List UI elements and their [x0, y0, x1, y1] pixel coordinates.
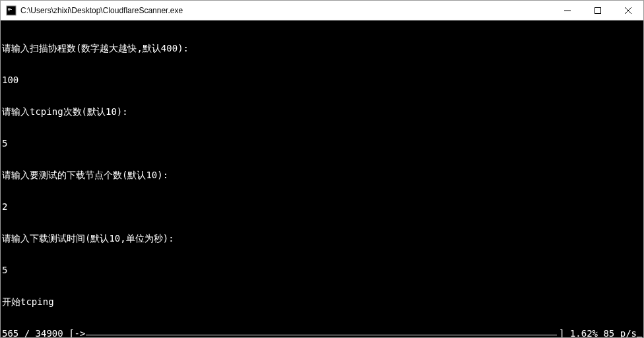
console-line: 5 [2, 265, 642, 275]
minimize-button[interactable] [552, 1, 583, 20]
svg-rect-5 [595, 7, 601, 13]
app-icon [6, 5, 16, 16]
progress-percent: ] 1.62% 85 p/s [558, 328, 637, 337]
maximize-button[interactable] [583, 1, 613, 20]
svg-rect-3 [8, 11, 10, 11]
progress-bar-track [86, 335, 557, 335]
svg-rect-2 [8, 9, 12, 10]
console-line: 开始tcping [2, 296, 642, 307]
console-line: 请输入tcping次数(默认10): [2, 106, 642, 117]
progress-line: 565 / 34900 [-> ] 1.62% 85 p/s [2, 328, 642, 337]
console-area[interactable]: 请输入扫描协程数(数字越大越快,默认400): 100 请输入tcping次数(… [1, 20, 643, 337]
console-line: 5 [2, 138, 642, 149]
console-line: 100 [2, 75, 642, 85]
progress-counter: 565 / 34900 [-> [2, 328, 85, 337]
window-title: C:\Users\zhixi\Desktop\CloudflareScanner… [20, 6, 552, 15]
console-line: 请输入下载测试时间(默认10,单位为秒): [2, 233, 642, 244]
console-line: 请输入要测试的下载节点个数(默认10): [2, 170, 642, 180]
console-line: 请输入扫描协程数(数字越大越快,默认400): [2, 43, 642, 53]
window-titlebar: C:\Users\zhixi\Desktop\CloudflareScanner… [1, 1, 643, 20]
window-controls [552, 1, 643, 20]
console-line: 2 [2, 201, 642, 212]
svg-rect-1 [8, 8, 11, 9]
text-cursor [637, 337, 642, 337]
close-button[interactable] [613, 1, 643, 20]
